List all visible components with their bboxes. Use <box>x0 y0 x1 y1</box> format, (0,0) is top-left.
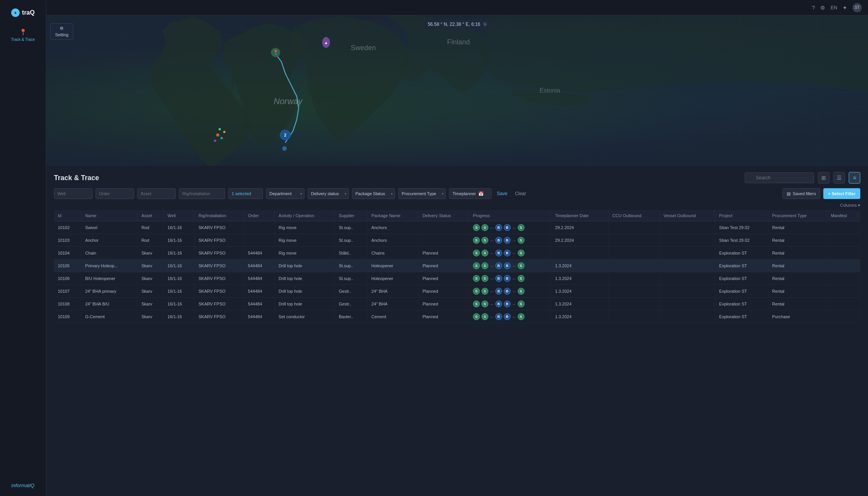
cell-delivery-status: Planned <box>419 260 469 272</box>
grid-view-button[interactable]: ⊞ <box>818 172 829 184</box>
copy-coords-icon[interactable]: ⎘ <box>484 22 486 27</box>
sidebar-item-track-trace[interactable]: 📍 Track & Trace <box>0 25 46 46</box>
table-view-button[interactable]: ≡ <box>849 172 860 184</box>
timeplanner-filter[interactable]: Timeplanner 📅 <box>449 188 491 199</box>
map-background: 📍 ▲ 2 <box>46 15 868 166</box>
cell-progress: S S – B B – S <box>469 260 551 272</box>
map-pin-2: ▲ <box>322 37 330 48</box>
cell-order <box>244 221 275 234</box>
rig-filter[interactable] <box>179 188 225 199</box>
map-svg: 📍 ▲ 2 <box>46 15 868 166</box>
col-well[interactable]: Well <box>163 210 194 221</box>
cell-timeplanner-date: 29.2.2024 <box>551 221 609 234</box>
selected-filter-badge[interactable]: 1 selected <box>228 188 263 199</box>
cell-timeplanner-date: 1.3.2024 <box>551 272 609 285</box>
cell-activity: Drill top hole <box>274 298 335 310</box>
cell-supplier: St.sup.. <box>335 221 368 234</box>
columns-toggle[interactable]: Columns ▾ <box>840 203 860 208</box>
cell-vessel <box>659 221 715 234</box>
department-filter[interactable]: Department <box>266 188 304 199</box>
cell-delivery-status <box>419 234 469 247</box>
svg-text:2: 2 <box>284 133 286 137</box>
cell-supplier: St.sup.. <box>335 272 368 285</box>
search-input[interactable] <box>745 172 814 183</box>
sidebar-item-label: Track & Trace <box>11 37 35 42</box>
table-row[interactable]: 10107 24" BHA primary Skarv 16/1-16 SKAR… <box>54 285 860 298</box>
cell-id: 10107 <box>54 285 81 298</box>
settings-icon[interactable]: ⚙ <box>820 5 825 11</box>
select-filter-button[interactable]: + Select Filter <box>823 188 860 199</box>
col-activity[interactable]: Activity / Operation <box>274 210 335 221</box>
list-view-button[interactable]: ☰ <box>833 172 845 184</box>
cell-name: B/U Holeopener <box>81 272 137 285</box>
filter-bar: 1 selected Department Delivery status Pa… <box>54 188 860 199</box>
col-asset[interactable]: Asset <box>137 210 163 221</box>
table-row[interactable]: 10106 B/U Holeopener Skarv 16/1-16 SKARV… <box>54 272 860 285</box>
cell-vessel <box>659 260 715 272</box>
saved-filters-button[interactable]: ▤ Saved filters <box>782 188 821 199</box>
map-container[interactable]: 📍 ▲ 2 <box>46 15 868 166</box>
cell-procurement: Rental <box>768 260 827 272</box>
cell-order: 544484 <box>244 298 275 310</box>
col-vessel[interactable]: Vessel Outbound <box>659 210 715 221</box>
cell-manifest <box>827 234 860 247</box>
table-header: Id Name Asset Well Rig/Installation Orde… <box>54 210 860 221</box>
clear-filter-button[interactable]: Clear <box>513 189 528 198</box>
col-rig[interactable]: Rig/Installation <box>194 210 244 221</box>
cell-ccu <box>608 247 659 260</box>
delivery-status-filter[interactable]: Delivery status <box>308 188 349 199</box>
cell-delivery-status: Planned <box>419 272 469 285</box>
table-row[interactable]: 10105 Primary Holeop... Skarv 16/1-16 SK… <box>54 260 860 272</box>
save-filter-button[interactable]: Save <box>495 189 510 198</box>
setting-button[interactable]: ⚙ Setting <box>50 23 73 40</box>
order-filter[interactable] <box>96 188 134 199</box>
col-order[interactable]: Order <box>244 210 275 221</box>
procurement-type-filter[interactable]: Procurement Type <box>398 188 446 199</box>
search-wrapper: 🔍 <box>745 172 814 183</box>
cell-project: Exploration ST <box>715 285 768 298</box>
svg-text:Norway: Norway <box>274 96 303 106</box>
asset-filter[interactable] <box>137 188 176 199</box>
table-row[interactable]: 10109 G-Cement Skarv 16/1-16 SKARV FPSO … <box>54 310 860 323</box>
user-avatar[interactable]: ST <box>853 3 862 12</box>
cell-activity: Rig move <box>274 247 335 260</box>
svg-point-28 <box>214 140 216 142</box>
package-status-filter[interactable]: Package Status <box>352 188 395 199</box>
table-row[interactable]: 10104 Chain Skarv 16/1-16 SKARV FPSO 544… <box>54 247 860 260</box>
cell-id: 10108 <box>54 298 81 310</box>
delivery-status-filter-wrapper: Delivery status <box>308 188 349 199</box>
help-icon[interactable]: ? <box>812 5 815 11</box>
col-supplier[interactable]: Supplier <box>335 210 368 221</box>
svg-point-27 <box>223 131 225 133</box>
col-timeplanner-date[interactable]: Timeplanner Date <box>551 210 609 221</box>
cell-asset: Rod <box>137 234 163 247</box>
cell-id: 10102 <box>54 221 81 234</box>
col-project[interactable]: Project <box>715 210 768 221</box>
col-ccu[interactable]: CCU Outbound <box>608 210 659 221</box>
data-table: Id Name Asset Well Rig/Installation Orde… <box>54 210 860 323</box>
col-name[interactable]: Name <box>81 210 137 221</box>
cell-name: Swivel <box>81 221 137 234</box>
cell-order: 544484 <box>244 285 275 298</box>
col-manifest[interactable]: Manifest <box>827 210 860 221</box>
table-row[interactable]: 10108 24" BHA B/U Skarv 16/1-16 SKARV FP… <box>54 298 860 310</box>
table-row[interactable]: 10103 Anchor Rod 16/1-16 SKARV FPSO Rig … <box>54 234 860 247</box>
cell-manifest <box>827 298 860 310</box>
well-filter[interactable] <box>54 188 93 199</box>
cell-rig: SKARV FPSO <box>194 285 244 298</box>
col-procurement[interactable]: Procurement Type <box>768 210 827 221</box>
language-selector[interactable]: EN <box>831 5 837 10</box>
cell-progress: S S – B B – S <box>469 285 551 298</box>
theme-icon[interactable]: ✦ <box>843 5 847 11</box>
cell-project: Stian Test 29.02 <box>715 234 768 247</box>
col-package-name[interactable]: Package Name <box>367 210 419 221</box>
cell-name: G-Cement <box>81 310 137 323</box>
cell-vessel <box>659 247 715 260</box>
cell-manifest <box>827 247 860 260</box>
data-table-wrapper[interactable]: Id Name Asset Well Rig/Installation Orde… <box>54 210 860 496</box>
table-row[interactable]: 10102 Swivel Rod 16/1-16 SKARV FPSO Rig … <box>54 221 860 234</box>
col-progress[interactable]: Progress <box>469 210 551 221</box>
col-id[interactable]: Id <box>54 210 81 221</box>
col-delivery-status[interactable]: Delivery Status <box>419 210 469 221</box>
track-trace-icon: 📍 <box>19 29 27 36</box>
